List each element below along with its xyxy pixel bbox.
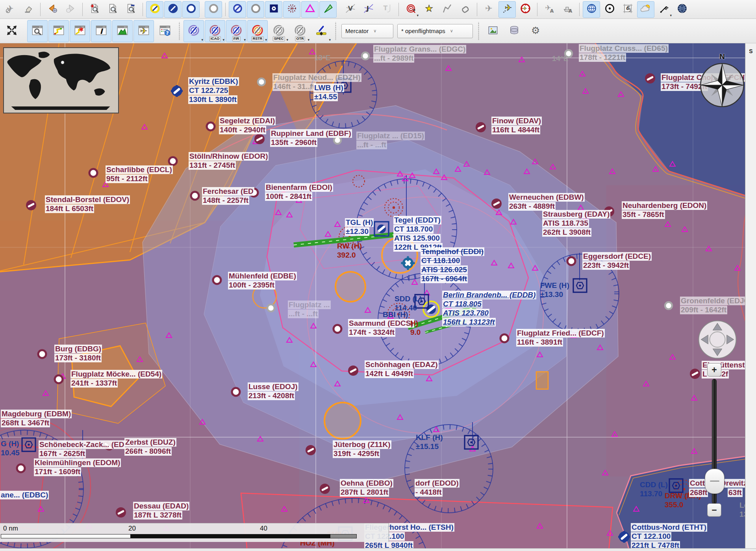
neud-symbol[interactable] bbox=[257, 77, 266, 88]
map-label-edod[interactable]: dorf (EDOD)- 4418ft bbox=[415, 479, 460, 497]
map-label-zerbst[interactable]: Zerbst (EDUZ)266ft - 8096ft bbox=[124, 438, 176, 456]
ndb-button[interactable] bbox=[283, 1, 300, 18]
grans-symbol[interactable] bbox=[361, 51, 370, 62]
map-label-dessau[interactable]: Dessau (EDAD)187ft L 3278ft bbox=[133, 502, 189, 519]
overview-map[interactable] bbox=[3, 47, 119, 113]
map-label-neuhardenberg[interactable]: Neuhardenberg (EDON)35ft - 7865ft bbox=[622, 201, 707, 219]
zoom-out-button[interactable]: − bbox=[707, 503, 721, 517]
zoom-slider-thumb[interactable] bbox=[705, 469, 724, 494]
map-label-lusse[interactable]: Lusse (EDOJ)213ft - 4208ft bbox=[248, 382, 298, 400]
world-globe-button[interactable] bbox=[673, 1, 691, 18]
airspace-spec-button[interactable]: SPEC▾ bbox=[269, 20, 289, 42]
map-label-rw[interactable]: RW (H)392.0 bbox=[337, 242, 362, 260]
map-label-saarmund-h[interactable]: H)9.0 bbox=[410, 319, 421, 337]
map-label-graticule-14e[interactable]: 14°E bbox=[552, 54, 568, 63]
map-label-grans[interactable]: Flugplatz Grans... (EDGC)...ft - 2989ft bbox=[373, 45, 466, 63]
airspace-altitude-button[interactable]: ▾ bbox=[311, 20, 332, 42]
scenery-database-button[interactable] bbox=[504, 20, 524, 42]
airport-hard-button[interactable] bbox=[164, 1, 182, 18]
pan-widget[interactable] bbox=[693, 315, 742, 364]
scharlibbe-symbol[interactable] bbox=[88, 168, 98, 180]
zoom-doc-out-button[interactable] bbox=[122, 1, 139, 18]
map-label-finow[interactable]: Finow (EDAV)116ft L 4844ft bbox=[491, 117, 542, 134]
map-label-bbi[interactable]: BBI (H) bbox=[383, 310, 408, 319]
map-label-burg[interactable]: Burg (EDBG)173ft - 3180ft bbox=[54, 345, 102, 362]
stendal-symbol[interactable] bbox=[25, 199, 37, 213]
map-label-edbc[interactable]: ane... (EDBC) bbox=[0, 491, 49, 499]
map-label-tgl[interactable]: TGL (H)±12.30 bbox=[345, 218, 374, 236]
map-label-graticule-13e[interactable]: 13°E bbox=[314, 54, 330, 62]
map-label-schoenhagen[interactable]: Schönhagen (EDAZ)142ft L 4949ft bbox=[365, 360, 439, 378]
fullscreen-button[interactable] bbox=[2, 20, 22, 42]
map-label-gronenfelde[interactable]: Gronenfelde (EDJO)209ft - 1642ft bbox=[680, 297, 753, 314]
map-label-kleinmuehlingen[interactable]: Kleinmühlingen (EDOM)171ft - 1609ft bbox=[34, 458, 121, 476]
cottbus-nord-symbol[interactable] bbox=[617, 530, 631, 545]
ruppiner-symbol[interactable] bbox=[254, 133, 265, 147]
map-label-drewitz-elev2[interactable]: 63ft bbox=[728, 488, 743, 497]
airspace-otr-button[interactable]: OTR▾ bbox=[290, 20, 310, 42]
aircraft-track-button[interactable]: ✈ bbox=[498, 1, 516, 18]
msa-grid-button[interactable]: 65 bbox=[619, 1, 636, 18]
saarmund-symbol[interactable] bbox=[332, 324, 343, 336]
holding-button[interactable] bbox=[456, 1, 474, 18]
map-canvas[interactable]: Kyritz (EDBK)CT 122.725130ft L 3890ftFlu… bbox=[0, 43, 756, 551]
oehna-symbol[interactable] bbox=[319, 483, 331, 496]
map-label-mystery[interactable]: Flugplatz ......ft - ...ft bbox=[288, 301, 331, 318]
window-aircraft-button[interactable]: ✈ bbox=[133, 20, 154, 42]
dessau-symbol[interactable] bbox=[115, 506, 127, 520]
map-label-kyritz[interactable]: Kyritz (EDBK)CT 122.725130ft L 3890ft bbox=[188, 77, 239, 104]
moecke-symbol[interactable] bbox=[54, 374, 64, 386]
map-label-stendal[interactable]: Stendal-Borstel (EDOV)184ft L 6503ft bbox=[45, 195, 130, 213]
map-label-bienenfarm[interactable]: Bienenfarm (EDOI)100ft - 2841ft bbox=[265, 183, 333, 201]
map-label-scharlibbe[interactable]: Scharlibbe (EDCL)95ft - 2112ft bbox=[106, 165, 173, 183]
aircraft-button[interactable]: ✈ bbox=[480, 1, 498, 18]
zoom-in-button[interactable]: + bbox=[707, 363, 721, 377]
map-label-ed15[interactable]: Flugplatz ... (ED15)...ft - ...ft bbox=[356, 132, 425, 149]
airspace-rstr-button[interactable]: RSTR▾ bbox=[247, 20, 268, 42]
lusse-symbol[interactable] bbox=[231, 387, 241, 399]
window-info-button[interactable]: I bbox=[91, 20, 111, 42]
options-button[interactable]: ⚙ bbox=[525, 20, 546, 42]
map-label-cruss[interactable]: Flugplatz Cruss... (ED65)178ft - 1221ft bbox=[579, 44, 669, 62]
map-label-ruppiner[interactable]: Ruppiner Land (EDBF)135ft - 2960ft bbox=[270, 129, 352, 147]
range-rings-button[interactable]: ▾ bbox=[402, 1, 419, 18]
highlight-star-button[interactable]: ★ bbox=[420, 1, 437, 18]
theme-select[interactable]: * openflightmaps∨ bbox=[397, 24, 473, 38]
window-flightplan-button[interactable] bbox=[48, 20, 69, 42]
projection-select[interactable]: Mercator∨ bbox=[341, 24, 393, 38]
map-label-stolln[interactable]: Stölln/Rhinow (EDOR)131ft - 2745ft bbox=[189, 152, 269, 170]
map-label-muehlenfeld[interactable]: Mühlenfeld (EDBE)100ft - 2395ft bbox=[228, 272, 297, 289]
kyritz-symbol[interactable] bbox=[170, 84, 183, 99]
map-label-oehna[interactable]: Oehna (EDBO)287ft L 2801ft bbox=[340, 479, 393, 497]
window-search-button[interactable] bbox=[27, 20, 48, 42]
traffic-pattern-button[interactable]: ✈ bbox=[517, 1, 534, 18]
map-label-gh[interactable]: G (H)10.45 bbox=[1, 440, 20, 457]
muehlenfeld-symbol[interactable] bbox=[212, 275, 222, 287]
choj-symbol[interactable] bbox=[644, 72, 656, 86]
fwe-symbol[interactable] bbox=[572, 277, 588, 295]
burg-symbol[interactable] bbox=[37, 349, 47, 361]
ai-aircraft-button[interactable]: ✈A bbox=[541, 1, 558, 18]
navaid-gray-button[interactable] bbox=[247, 1, 264, 18]
map-label-eddb[interactable]: Berlin Brandenb... (EDDB)CT 118.805ATIS … bbox=[442, 291, 536, 327]
tegel-symbol[interactable] bbox=[373, 221, 390, 239]
airspace-all-button[interactable]: ▾ bbox=[183, 20, 204, 42]
eis-symbol[interactable] bbox=[689, 368, 701, 381]
gh-symbol[interactable] bbox=[20, 436, 37, 455]
map-label-klf[interactable]: KLF (H)±15.15 bbox=[416, 433, 443, 451]
tempelhof-symbol[interactable] bbox=[400, 255, 416, 273]
vor-symbol-button[interactable] bbox=[265, 1, 282, 18]
airway-jet-button[interactable]: J bbox=[360, 1, 377, 18]
schoenhagen-symbol[interactable] bbox=[347, 365, 359, 378]
finow-symbol[interactable] bbox=[475, 121, 487, 135]
map-label-magdeburg[interactable]: Magdeburg (EDBM)268ft L 3467ft bbox=[1, 410, 72, 427]
zoom-doc-button[interactable] bbox=[104, 1, 121, 18]
map-label-ferchesar[interactable]: Ferchesar (ED148ft - 2257ft bbox=[202, 187, 254, 205]
ferchesar-symbol[interactable] bbox=[190, 191, 200, 202]
waypoint-button[interactable] bbox=[301, 1, 319, 18]
airway-victor-button[interactable]: V bbox=[342, 1, 359, 18]
compass-rose-toggle-button[interactable] bbox=[601, 1, 618, 18]
map-label-tempelhof[interactable]: Tempelhof (EDDI)CT 118.100ATIS 126.02516… bbox=[421, 247, 484, 283]
compass-rose[interactable]: N bbox=[696, 53, 748, 113]
eggersdorf-symbol[interactable] bbox=[566, 256, 576, 268]
